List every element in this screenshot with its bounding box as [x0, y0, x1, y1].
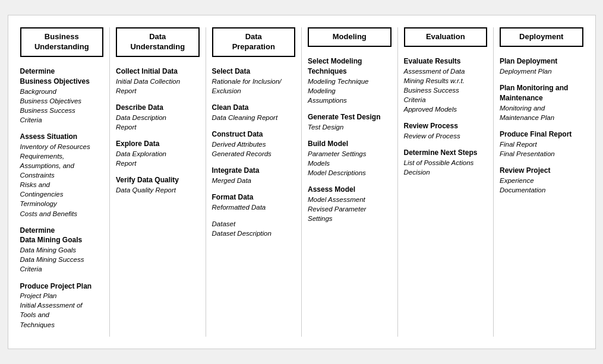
- section-data-understanding-2: Explore DataData ExplorationReport: [116, 139, 200, 168]
- section-title-modeling-0: Select ModelingTechniques: [308, 56, 392, 77]
- section-items-deployment-2: Final ReportFinal Presentation: [500, 140, 583, 159]
- section-title-data-preparation-3: Integrate Data: [212, 166, 296, 176]
- item-data-preparation-0-0: Rationale for Inclusion/Exclusion: [212, 77, 296, 96]
- section-items-modeling-0: Modeling TechniqueModelingAssumptions: [308, 77, 392, 105]
- section-items-data-understanding-3: Data Quality Report: [116, 185, 200, 195]
- section-deployment-1: Plan Monitoring andMaintenanceMonitoring…: [500, 83, 583, 122]
- section-evaluation-2: Determine Next StepsList of Possible Act…: [404, 148, 488, 177]
- section-items-deployment-0: Deployment Plan: [500, 67, 583, 76]
- column-business-understanding: BusinessUnderstandingDetermineBusiness O…: [14, 27, 111, 336]
- section-data-preparation-1: Clean DataData Cleaning Report: [212, 103, 296, 122]
- section-items-data-understanding-0: Initial Data CollectionReport: [116, 77, 200, 96]
- section-evaluation-1: Review ProcessReview of Process: [404, 121, 488, 141]
- section-title-data-preparation-0: Select Data: [212, 67, 296, 77]
- item-data-understanding-0-0: Initial Data CollectionReport: [116, 77, 200, 96]
- section-title-business-understanding-0: DetermineBusiness Objectives: [20, 67, 104, 87]
- section-business-understanding-2: DetermineData Mining GoalsData Mining Go…: [20, 226, 104, 274]
- item-data-preparation-4-0: Reformatted Data: [212, 202, 296, 212]
- section-data-preparation-5: DatasetDataset Description: [212, 219, 296, 238]
- header-modeling: Modeling: [308, 27, 392, 47]
- section-modeling-1: Generate Test DesignTest Design: [308, 112, 392, 132]
- item-business-understanding-0-1: Business Objectives: [20, 96, 104, 106]
- section-data-preparation-3: Integrate DataMerged Data: [212, 166, 296, 185]
- section-deployment-0: Plan DeploymentDeployment Plan: [500, 56, 583, 76]
- section-modeling-3: Assess ModelModel AssessmentRevised Para…: [308, 185, 392, 223]
- section-title-deployment-1: Plan Monitoring andMaintenance: [500, 83, 583, 103]
- item-deployment-3-0: ExperienceDocumentation: [500, 176, 583, 195]
- section-items-data-preparation-4: Reformatted Data: [212, 202, 296, 212]
- item-modeling-3-0: Model Assessment: [308, 195, 392, 204]
- column-data-understanding: DataUnderstandingCollect Initial DataIni…: [110, 27, 206, 336]
- item-modeling-1-0: Test Design: [308, 122, 392, 132]
- header-deployment: Deployment: [500, 27, 583, 47]
- section-title-business-understanding-1: Assess Situation: [20, 132, 104, 142]
- column-evaluation: EvaluationEvaluate ResultsAssessment of …: [398, 27, 494, 336]
- item-data-preparation-2-1: Generated Records: [212, 149, 296, 159]
- header-data-preparation: DataPreparation: [212, 27, 296, 57]
- item-data-preparation-3-0: Merged Data: [212, 176, 296, 185]
- section-items-evaluation-1: Review of Process: [404, 131, 488, 141]
- item-business-understanding-2-1: Data Mining SuccessCriteria: [20, 255, 104, 274]
- section-data-preparation-4: Format DataReformatted Data: [212, 192, 296, 212]
- section-items-business-understanding-2: Data Mining GoalsData Mining SuccessCrit…: [20, 245, 104, 274]
- header-evaluation: Evaluation: [404, 27, 488, 47]
- section-items-data-preparation-3: Merged Data: [212, 176, 296, 185]
- item-business-understanding-1-1: Requirements,Assumptions, andConstraints: [20, 151, 104, 180]
- item-data-preparation-5-0: Dataset: [212, 219, 296, 229]
- item-business-understanding-3-0: Project Plan: [20, 291, 104, 300]
- item-business-understanding-1-0: Inventory of Resources: [20, 142, 104, 151]
- item-business-understanding-0-0: Background: [20, 87, 104, 96]
- section-items-data-preparation-1: Data Cleaning Report: [212, 113, 296, 122]
- section-title-deployment-0: Plan Deployment: [500, 56, 583, 67]
- section-items-business-understanding-0: BackgroundBusiness ObjectivesBusiness Su…: [20, 87, 104, 125]
- section-business-understanding-3: Produce Project PlanProject PlanInitial …: [20, 281, 104, 330]
- section-business-understanding-1: Assess SituationInventory of ResourcesRe…: [20, 132, 104, 219]
- section-items-modeling-3: Model AssessmentRevised ParameterSetting…: [308, 195, 392, 223]
- item-business-understanding-1-4: Costs and Benefits: [20, 209, 104, 219]
- item-business-understanding-1-2: Risks andContingencies: [20, 180, 104, 199]
- section-title-modeling-3: Assess Model: [308, 185, 392, 195]
- section-items-business-understanding-3: Project PlanInitial Assessment ofTools a…: [20, 291, 104, 329]
- section-items-evaluation-0: Assessment of DataMining Results w.r.t.B…: [404, 67, 488, 114]
- section-data-understanding-0: Collect Initial DataInitial Data Collect…: [116, 67, 200, 96]
- column-modeling: ModelingSelect ModelingTechniquesModelin…: [302, 27, 398, 336]
- column-data-preparation: DataPreparationSelect DataRationale for …: [206, 27, 302, 336]
- section-title-data-preparation-4: Format Data: [212, 192, 296, 202]
- item-deployment-0-0: Deployment Plan: [500, 67, 583, 76]
- item-data-preparation-5-1: Dataset Description: [212, 229, 296, 238]
- section-items-data-understanding-2: Data ExplorationReport: [116, 149, 200, 168]
- item-deployment-2-0: Final Report: [500, 140, 583, 149]
- item-business-understanding-2-0: Data Mining Goals: [20, 245, 104, 255]
- item-business-understanding-1-3: Terminology: [20, 199, 104, 208]
- section-items-data-preparation-5: DatasetDataset Description: [212, 219, 296, 238]
- section-title-business-understanding-3: Produce Project Plan: [20, 281, 104, 292]
- item-business-understanding-0-2: Business SuccessCriteria: [20, 106, 104, 125]
- section-modeling-2: Build ModelParameter SettingsModelsModel…: [308, 139, 392, 178]
- crisp-dm-grid: BusinessUnderstandingDetermineBusiness O…: [14, 27, 589, 336]
- item-data-preparation-1-0: Data Cleaning Report: [212, 113, 296, 122]
- section-modeling-0: Select ModelingTechniquesModeling Techni…: [308, 56, 392, 105]
- column-deployment: DeploymentPlan DeploymentDeployment Plan…: [494, 27, 589, 336]
- item-evaluation-2-0: List of Possible Actions: [404, 158, 488, 167]
- section-data-preparation-2: Construct DataDerived AttributesGenerate…: [212, 129, 296, 159]
- section-items-data-preparation-2: Derived AttributesGenerated Records: [212, 140, 296, 159]
- section-data-preparation-0: Select DataRationale for Inclusion/Exclu…: [212, 67, 296, 96]
- section-evaluation-0: Evaluate ResultsAssessment of DataMining…: [404, 56, 488, 114]
- section-items-evaluation-2: List of Possible ActionsDecision: [404, 158, 488, 177]
- section-title-modeling-1: Generate Test Design: [308, 112, 392, 122]
- section-deployment-3: Review ProjectExperienceDocumentation: [500, 166, 583, 195]
- section-title-deployment-2: Produce Final Report: [500, 129, 583, 140]
- item-deployment-2-1: Final Presentation: [500, 149, 583, 159]
- item-modeling-0-1: ModelingAssumptions: [308, 86, 392, 105]
- section-items-deployment-3: ExperienceDocumentation: [500, 176, 583, 195]
- item-modeling-2-1: Models: [308, 159, 392, 168]
- header-business-understanding: BusinessUnderstanding: [20, 27, 104, 57]
- item-data-preparation-2-0: Derived Attributes: [212, 140, 296, 149]
- section-title-evaluation-2: Determine Next Steps: [404, 148, 488, 158]
- section-items-data-preparation-0: Rationale for Inclusion/Exclusion: [212, 77, 296, 96]
- section-deployment-2: Produce Final ReportFinal ReportFinal Pr…: [500, 129, 583, 159]
- item-modeling-2-2: Model Descriptions: [308, 168, 392, 178]
- item-modeling-3-1: Revised ParameterSettings: [308, 204, 392, 223]
- section-title-evaluation-0: Evaluate Results: [404, 56, 488, 67]
- item-data-understanding-1-0: Data DescriptionReport: [116, 113, 200, 132]
